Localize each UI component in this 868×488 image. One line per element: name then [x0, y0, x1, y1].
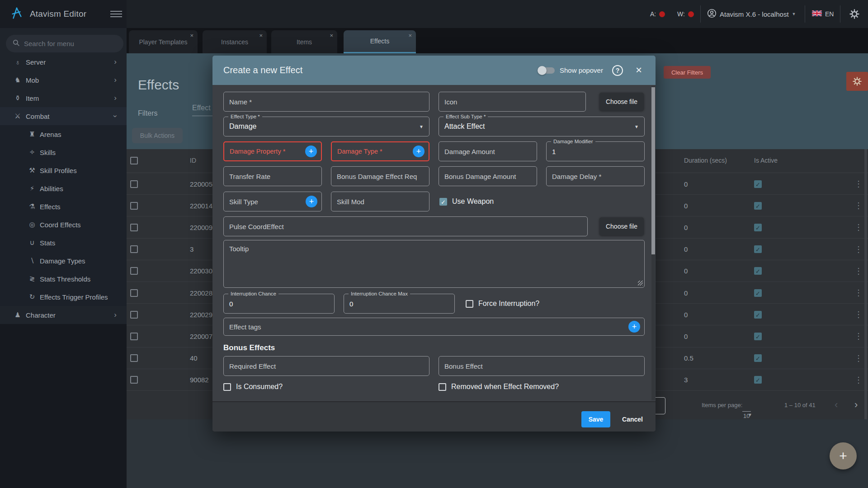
transfer-rate-input[interactable]: [223, 166, 322, 186]
row-active-checkbox[interactable]: [754, 202, 762, 210]
tab-close-icon[interactable]: ×: [408, 33, 412, 38]
sidebar-item-stats[interactable]: ∪Stats: [0, 234, 127, 252]
row-checkbox[interactable]: [130, 289, 138, 297]
add-effect-tag-button[interactable]: +: [628, 321, 640, 333]
icon-choose-file-button[interactable]: Choose file: [599, 93, 644, 111]
sidebar-item-mob[interactable]: ♞Mob›: [0, 71, 127, 89]
row-checkbox[interactable]: [130, 376, 138, 384]
tab-instances[interactable]: Instances ×: [203, 30, 267, 53]
interruption-chance-input[interactable]: [224, 294, 334, 313]
tab-effects[interactable]: Effects ×: [344, 30, 416, 53]
removed-when-effect-removed-checkbox[interactable]: [439, 383, 446, 391]
sidebar-item-skill-profiles[interactable]: ⚒Skill Profiles: [0, 161, 127, 179]
row-checkbox[interactable]: [130, 333, 138, 340]
row-active-checkbox[interactable]: [754, 245, 762, 253]
row-menu-icon[interactable]: ⋮: [854, 369, 863, 391]
save-button[interactable]: Save: [581, 411, 610, 427]
row-menu-icon[interactable]: ⋮: [854, 195, 863, 216]
table-scrollbar[interactable]: [864, 149, 867, 419]
server-selector[interactable]: Atavism X.6 - localhost ▼: [707, 0, 796, 28]
sidebar-item-server[interactable]: ♁Server›: [0, 53, 127, 71]
row-menu-icon[interactable]: ⋮: [854, 304, 863, 325]
damage-amount-input[interactable]: [439, 141, 537, 161]
sidebar-item-abilities[interactable]: ⚡Abilities: [0, 179, 127, 197]
interruption-chance-max-input[interactable]: [344, 294, 454, 313]
table-settings-gear-icon[interactable]: [846, 72, 868, 91]
is-consumed-checkbox[interactable]: [223, 383, 231, 391]
add-damage-property-button[interactable]: +: [305, 145, 317, 157]
sidebar-item-skills[interactable]: ✧Skills: [0, 143, 127, 161]
effect-sub-type-select[interactable]: Effect Sub Type * Attack Effect ▼: [439, 117, 645, 136]
use-weapon-checkbox[interactable]: [439, 198, 447, 206]
language-selector[interactable]: EN: [812, 0, 834, 28]
effect-tags-input[interactable]: [224, 318, 644, 335]
damage-property-field[interactable]: Damage Property * +: [223, 141, 322, 161]
sidebar-item-arenas[interactable]: ♜Arenas: [0, 125, 127, 143]
tab-items[interactable]: Items ×: [271, 30, 337, 53]
row-active-checkbox[interactable]: [754, 267, 762, 275]
sidebar-item-coord-effects[interactable]: ◎Coord Effects: [0, 216, 127, 234]
row-active-checkbox[interactable]: [754, 311, 762, 319]
bonus-damage-effect-req-input[interactable]: [331, 166, 429, 186]
sidebar-item-character[interactable]: ♟Character›: [0, 306, 127, 324]
previous-page-icon[interactable]: ‹: [835, 399, 838, 411]
row-menu-icon[interactable]: ⋮: [854, 216, 863, 238]
row-checkbox[interactable]: [130, 245, 138, 253]
row-checkbox[interactable]: [130, 180, 138, 188]
effect-type-select[interactable]: Effect Type * Damage ▼: [223, 117, 429, 136]
sidebar-item-damage-types[interactable]: ∖Damage Types: [0, 252, 127, 270]
row-checkbox[interactable]: [130, 354, 138, 362]
sidebar-item-item[interactable]: ⚱Item›: [0, 89, 127, 107]
sidebar-item-effects-trigger-profiles[interactable]: ↻Effects Trigger Profiles: [0, 288, 127, 306]
sidebar-item-combat[interactable]: ⚔Combat›: [0, 107, 127, 125]
dialog-scrollbar-thumb[interactable]: [651, 87, 655, 254]
cancel-button[interactable]: Cancel: [622, 411, 643, 427]
next-page-icon[interactable]: ›: [854, 399, 858, 411]
select-all-checkbox[interactable]: [130, 157, 138, 164]
damage-modifier-input[interactable]: [547, 142, 644, 161]
show-popover-toggle[interactable]: [538, 67, 555, 74]
row-active-checkbox[interactable]: [754, 180, 762, 188]
row-active-checkbox[interactable]: [754, 224, 762, 231]
settings-gear-icon[interactable]: [849, 0, 860, 28]
row-menu-icon[interactable]: ⋮: [854, 325, 863, 347]
tab-close-icon[interactable]: ×: [259, 33, 263, 38]
bonus-damage-amount-input[interactable]: [439, 166, 537, 186]
resize-handle-icon[interactable]: [638, 281, 643, 286]
row-active-checkbox[interactable]: [754, 376, 762, 384]
clear-filters-button[interactable]: Clear Filters: [664, 66, 711, 79]
help-icon[interactable]: ?: [612, 65, 623, 76]
row-menu-icon[interactable]: ⋮: [854, 347, 863, 369]
icon-input[interactable]: [439, 92, 586, 112]
damage-type-field[interactable]: Damage Type * +: [331, 141, 429, 161]
name-input[interactable]: [223, 92, 429, 112]
required-effect-input[interactable]: [223, 356, 429, 376]
bulk-actions-button[interactable]: Bulk Actions: [132, 128, 183, 143]
row-checkbox[interactable]: [130, 311, 138, 319]
damage-delay-input[interactable]: [546, 166, 645, 186]
sidebar-item-stats-thresholds[interactable]: ≷Stats Thresholds: [0, 270, 127, 288]
items-per-page-select[interactable]: 10 ▼: [742, 402, 751, 412]
menu-toggle-icon[interactable]: [110, 11, 122, 17]
row-active-checkbox[interactable]: [754, 289, 762, 297]
add-effect-fab[interactable]: +: [830, 442, 857, 469]
row-active-checkbox[interactable]: [754, 333, 762, 340]
close-icon[interactable]: ×: [636, 64, 642, 76]
row-checkbox[interactable]: [130, 224, 138, 231]
pulse-choose-file-button[interactable]: Choose file: [599, 217, 644, 235]
force-interruption-checkbox[interactable]: [466, 300, 473, 308]
search-input[interactable]: [24, 40, 117, 47]
row-menu-icon[interactable]: ⋮: [854, 260, 863, 282]
row-menu-icon[interactable]: ⋮: [854, 239, 863, 260]
sidebar-item-effects[interactable]: ⚗Effects: [0, 197, 127, 216]
row-menu-icon[interactable]: ⋮: [854, 173, 863, 195]
bonus-effect-input[interactable]: [439, 356, 645, 376]
tab-close-icon[interactable]: ×: [190, 33, 193, 38]
row-menu-icon[interactable]: ⋮: [854, 282, 863, 304]
row-checkbox[interactable]: [130, 202, 138, 210]
tab-player-templates[interactable]: Player Templates ×: [129, 30, 198, 53]
pulse-coordeffect-input[interactable]: [223, 216, 588, 236]
tooltip-textarea[interactable]: [223, 240, 645, 288]
row-checkbox[interactable]: [130, 267, 138, 275]
row-active-checkbox[interactable]: [754, 354, 762, 362]
